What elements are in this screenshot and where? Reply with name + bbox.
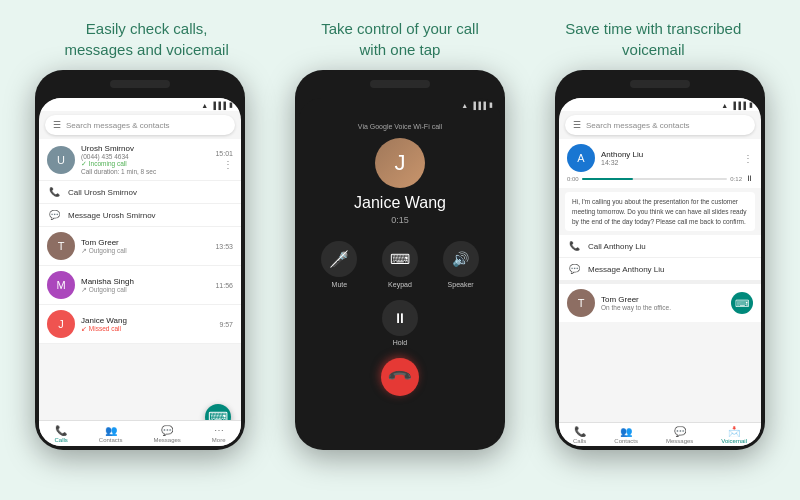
contact-item-tom-3[interactable]: T Tom Greer On the way to the office. ⌨ <box>559 280 761 322</box>
contact-time-anthony: 14:32 <box>601 159 737 166</box>
tom-info: Tom Greer On the way to the office. <box>601 295 725 311</box>
action-msg-urosh[interactable]: 💬 Message Urosh Smirnov <box>39 204 241 227</box>
vm-nav-voicemail[interactable]: 📩 Voicemail <box>721 426 747 444</box>
contact-item-manisha[interactable]: M Manisha Singh ↗ Outgoing call 11:56 <box>39 266 241 305</box>
vm-messages-label: Messages <box>666 438 693 444</box>
pause-btn[interactable]: ⏸ <box>745 174 753 183</box>
speaker-icon: 🔊 <box>443 241 479 277</box>
action-msg-anthony-label: Message Anthony Liu <box>588 265 665 274</box>
mute-icon: 🎤 <box>321 241 357 277</box>
nav-contacts[interactable]: 👥 Contacts <box>99 425 123 443</box>
fab-3[interactable]: ⌨ <box>731 292 753 314</box>
vm-messages-icon: 💬 <box>674 426 686 437</box>
header-title-1: Easily check calls, messages and voicema… <box>27 18 267 60</box>
phone-1: ▲ ▐▐▐ ▮ ☰ Search messages & contacts U U… <box>35 70 245 450</box>
phone-3-screen: ▲ ▐▐▐ ▮ ☰ Search messages & contacts A A… <box>559 98 761 446</box>
contact-calltype-urosh: ✓ Incoming call <box>81 160 209 168</box>
call-controls: 🎤 Mute ⌨ Keypad 🔊 Speaker <box>299 241 501 288</box>
status-bar-1: ▲ ▐▐▐ ▮ <box>39 98 241 111</box>
vm-nav-contacts[interactable]: 👥 Contacts <box>614 426 638 444</box>
contact-calltype-manisha: ↗ Outgoing call <box>81 286 209 294</box>
messages-nav-label: Messages <box>153 437 180 443</box>
contact-duration-urosh: Call duration: 1 min, 8 sec <box>81 168 209 175</box>
mute-btn[interactable]: 🎤 Mute <box>321 241 357 288</box>
call-icon-anthony: 📞 <box>569 241 580 251</box>
keypad-btn[interactable]: ⌨ Keypad <box>382 241 418 288</box>
signal-icon: ▐▐▐ <box>211 102 226 109</box>
vm-contacts-icon: 👥 <box>620 426 632 437</box>
nav-messages[interactable]: 💬 Messages <box>153 425 180 443</box>
vm-transcript: Hi, I'm calling you about the presentati… <box>565 192 755 231</box>
signal-icon-2: ▐▐▐ <box>471 102 486 109</box>
action-call-anthony[interactable]: 📞 Call Anthony Liu <box>559 235 761 258</box>
phone-2-screen: ▲ ▐▐▐ ▮ Via Google Voice Wi-Fi call J Ja… <box>299 98 501 446</box>
contacts-nav-label: Contacts <box>99 437 123 443</box>
more-icon-anthony[interactable]: ⋮ <box>743 153 753 164</box>
contact-item-tom[interactable]: T Tom Greer ↗ Outgoing call 13:53 <box>39 227 241 266</box>
speaker-btn[interactable]: 🔊 Speaker <box>443 241 479 288</box>
contact-name-janice: Janice Wang <box>81 316 213 325</box>
call-name: Janice Wang <box>354 194 446 212</box>
call-duration: 0:15 <box>391 215 409 225</box>
mute-label: Mute <box>332 281 348 288</box>
audio-progress-fill <box>582 178 633 180</box>
messages-nav-icon: 💬 <box>161 425 173 436</box>
vm-contacts-label: Contacts <box>614 438 638 444</box>
contact-calltype-janice: ↙ Missed call <box>81 325 213 333</box>
avatar-janice: J <box>47 310 75 338</box>
nav-more[interactable]: ⋯ More <box>212 425 226 443</box>
hold-btn[interactable]: ⏸ Hold <box>382 300 418 346</box>
contact-number-urosh: (0044) 435 4634 <box>81 153 209 160</box>
contact-info-janice: Janice Wang ↙ Missed call <box>81 316 213 333</box>
vm-voicemail-label: Voicemail <box>721 438 747 444</box>
bottom-nav-1: 📞 Calls 👥 Contacts 💬 Messages ⋯ More <box>39 420 241 446</box>
keypad-icon: ⌨ <box>382 241 418 277</box>
audio-progress[interactable] <box>582 178 728 180</box>
search-placeholder-3: Search messages & contacts <box>586 121 690 130</box>
battery-icon: ▮ <box>229 101 233 109</box>
phone-3: ▲ ▐▐▐ ▮ ☰ Search messages & contacts A A… <box>555 70 765 450</box>
signal-icon-3: ▐▐▐ <box>731 102 746 109</box>
contact-name-tom: Tom Greer <box>81 238 209 247</box>
speaker-label: Speaker <box>448 281 474 288</box>
phones-container: ▲ ▐▐▐ ▮ ☰ Search messages & contacts U U… <box>0 70 800 500</box>
end-call-btn[interactable]: 📞 <box>373 350 427 404</box>
vm-contact-card[interactable]: A Anthony Liu 14:32 ⋮ 0:00 0:12 ⏸ <box>559 139 761 188</box>
search-placeholder-1: Search messages & contacts <box>66 121 170 130</box>
audio-start: 0:00 <box>567 176 579 182</box>
avatar-tom-3: T <box>567 289 595 317</box>
call-via-text: Via Google Voice Wi-Fi call <box>358 123 442 130</box>
avatar-anthony: A <box>567 144 595 172</box>
header-col-1: Easily check calls, messages and voicema… <box>27 18 267 60</box>
more-nav-icon: ⋯ <box>214 425 224 436</box>
action-call-anthony-label: Call Anthony Liu <box>588 242 646 251</box>
end-call-icon: 📞 <box>386 363 414 391</box>
action-call-urosh[interactable]: 📞 Call Urosh Smirnov <box>39 181 241 204</box>
more-icon-urosh[interactable]: ⋮ <box>223 159 233 170</box>
action-msg-anthony[interactable]: 💬 Message Anthony Liu <box>559 258 761 280</box>
keypad-label: Keypad <box>388 281 412 288</box>
action-msg-label: Message Urosh Smirnov <box>68 211 156 220</box>
status-bar-3: ▲ ▐▐▐ ▮ <box>559 98 761 111</box>
contact-time-manisha: 11:56 <box>215 282 233 289</box>
contact-info-tom: Tom Greer ↗ Outgoing call <box>81 238 209 255</box>
nav-calls[interactable]: 📞 Calls <box>54 425 67 443</box>
phone-1-screen: ▲ ▐▐▐ ▮ ☰ Search messages & contacts U U… <box>39 98 241 446</box>
header-col-3: Save time with transcribed voicemail <box>533 18 773 60</box>
header: Easily check calls, messages and voicema… <box>0 0 800 70</box>
msg-icon-urosh: 💬 <box>49 210 60 220</box>
vm-actions: 📞 Call Anthony Liu 💬 Message Anthony Liu <box>559 235 761 280</box>
contact-item-janice[interactable]: J Janice Wang ↙ Missed call 9:57 <box>39 305 241 344</box>
hamburger-icon-3: ☰ <box>573 120 581 130</box>
tom-status: On the way to the office. <box>601 304 725 311</box>
hold-label: Hold <box>393 339 407 346</box>
calls-nav-label: Calls <box>54 437 67 443</box>
call-avatar: J <box>375 138 425 188</box>
vm-nav-messages[interactable]: 💬 Messages <box>666 426 693 444</box>
contacts-nav-icon: 👥 <box>105 425 117 436</box>
search-bar-3[interactable]: ☰ Search messages & contacts <box>565 115 755 135</box>
contact-item-urosh[interactable]: U Urosh Smirnov (0044) 435 4634 ✓ Incomi… <box>39 139 241 181</box>
search-bar-1[interactable]: ☰ Search messages & contacts <box>45 115 235 135</box>
msg-icon-anthony: 💬 <box>569 264 580 274</box>
vm-nav-calls[interactable]: 📞 Calls <box>573 426 586 444</box>
